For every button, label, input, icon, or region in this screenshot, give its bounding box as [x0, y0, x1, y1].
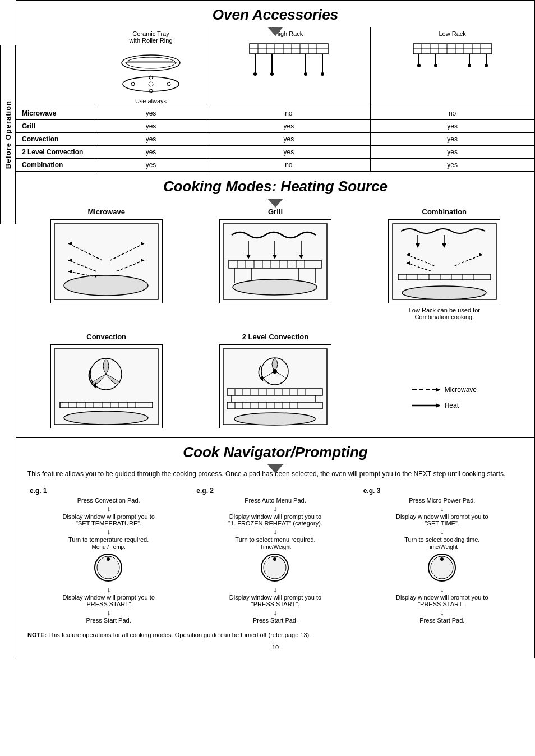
mode-microwave-illus — [50, 219, 163, 303]
eg1-arrow2: ↓ — [30, 528, 187, 536]
svg-point-154 — [440, 557, 444, 561]
svg-point-7 — [167, 82, 170, 86]
eg2-dial — [196, 552, 354, 583]
svg-point-79 — [233, 279, 317, 295]
mode-item-combination: Combination — [360, 204, 529, 324]
eg1-dial — [30, 552, 187, 583]
mode-item-convection: Convection — [22, 329, 191, 432]
eg2-arrow1: ↓ — [196, 505, 354, 513]
mode-2level-illus — [219, 344, 331, 428]
legend-microwave: Microwave — [412, 386, 477, 394]
accessories-row-grill: Grill yes yes yes — [16, 120, 534, 133]
accessories-row-grill-val3: yes — [371, 120, 534, 133]
accessories-row-convection-label: Convection — [16, 133, 95, 146]
mode-microwave-label: Microwave — [87, 208, 124, 216]
svg-point-26 — [304, 72, 307, 76]
eg1-dial-label: Menu / Temp. — [30, 544, 187, 550]
eg1-arrow1: ↓ — [30, 505, 187, 513]
eg2-arrow2: ↓ — [196, 528, 354, 536]
svg-point-148 — [107, 557, 110, 561]
mode-convection-illus — [50, 344, 163, 428]
oven-accessories-title: Oven Accessories — [16, 1, 534, 27]
eg3-step5: Press Start Pad. — [363, 617, 521, 624]
eg2-arrow4: ↓ — [196, 609, 354, 616]
mode-grill-label: Grill — [268, 208, 283, 216]
accessories-row-microwave-label: Microwave — [16, 107, 95, 120]
ceramic-tray-illus — [100, 46, 202, 96]
note-text: This feature operations for all cooking … — [48, 631, 311, 638]
svg-point-44 — [468, 64, 471, 67]
accessories-row-combination-val3: yes — [371, 159, 534, 172]
accessories-row-convection-val2: yes — [207, 133, 371, 146]
mode-combination-label: Combination — [422, 208, 467, 216]
svg-point-25 — [270, 72, 274, 76]
ceramic-tray-svg — [117, 46, 185, 96]
side-label: Before Operation — [0, 45, 16, 224]
mode-2level-label: 2 Level Convection — [242, 333, 308, 341]
eg2-step3: Turn to select menu required. — [196, 536, 354, 543]
accessories-row-2level: 2 Level Convection yes yes yes — [16, 146, 534, 159]
eg1-arrow4: ↓ — [30, 609, 187, 616]
examples-grid: e.g. 1 Press Convection Pad. ↓ Display w… — [16, 483, 534, 628]
combination-svg — [390, 221, 499, 302]
svg-point-5 — [131, 82, 135, 86]
accessories-row-microwave-val3: no — [371, 107, 534, 120]
accessories-table: Ceramic Traywith Roller Ring — [16, 27, 534, 172]
side-label-text: Before Operation — [4, 100, 12, 169]
svg-point-27 — [321, 72, 324, 76]
eg3-step2: Display window will prompt you to"SET TI… — [363, 513, 521, 527]
ceramic-label: Ceramic Traywith Roller Ring — [100, 30, 202, 44]
eg2-dial-label: Time/Weight — [196, 544, 354, 550]
accessories-row-convection-val3: yes — [371, 133, 534, 146]
svg-point-8 — [149, 76, 153, 79]
eg1-step5: Press Start Pad. — [30, 617, 187, 624]
svg-point-45 — [485, 64, 488, 67]
eg2-dial-svg — [260, 552, 290, 583]
eg2-step5: Press Start Pad. — [196, 617, 354, 624]
microwave-legend-label: Microwave — [445, 386, 477, 394]
note-section: NOTE: This feature operations for all co… — [16, 628, 534, 642]
eg3-dial — [363, 552, 521, 583]
accessories-row-2level-val1: yes — [95, 146, 207, 159]
legend-container: Microwave Heat — [412, 386, 477, 409]
eg3-step4: Display window will prompt you to"PRESS … — [363, 594, 521, 607]
legend-heat: Heat — [412, 402, 477, 409]
oven-accessories-section: Oven Accessories Ceramic Traywith Roller… — [16, 0, 534, 172]
heat-legend-label: Heat — [445, 402, 459, 409]
note-label: NOTE: — [27, 631, 47, 638]
example-1: e.g. 1 Press Convection Pad. ↓ Display w… — [25, 487, 192, 625]
navigator-desc-text: This feature allows you to be guided thr… — [27, 470, 505, 478]
cook-navigator-title: Cook Navigator/Prompting — [16, 438, 534, 464]
eg3-arrow1: ↓ — [363, 505, 521, 513]
page-number: -10- — [16, 642, 534, 653]
accessories-header-low-rack: Low Rack — [371, 27, 534, 107]
low-rack-label: Low Rack — [375, 30, 529, 37]
mode-convection-label: Convection — [86, 333, 126, 341]
example-2-label: e.g. 2 — [196, 487, 354, 495]
main-content: Oven Accessories Ceramic Traywith Roller… — [16, 0, 535, 658]
low-rack-svg — [408, 39, 497, 70]
accessories-row-combination-val2: no — [207, 159, 371, 172]
microwave-legend-icon — [412, 386, 440, 393]
accessories-row-grill-label: Grill — [16, 120, 95, 133]
svg-point-6 — [149, 89, 153, 93]
high-rack-label: High Rack — [212, 30, 366, 37]
accessories-header-empty — [16, 27, 95, 107]
accessories-row-combination: Combination yes no yes — [16, 159, 534, 172]
cooking-modes-section: Cooking Modes: Heating Source Microwave — [16, 172, 534, 438]
svg-point-116 — [273, 369, 277, 374]
svg-point-151 — [273, 557, 276, 561]
2level-svg — [220, 346, 330, 427]
accessories-row-grill-val2: yes — [207, 120, 371, 133]
accessories-row-convection-val1: yes — [95, 133, 207, 146]
eg1-dial-svg — [93, 552, 124, 583]
accessories-row-convection: Convection yes yes yes — [16, 133, 534, 146]
cook-navigator-section: Cook Navigator/Prompting This feature al… — [16, 438, 534, 658]
use-always-label: Use always — [100, 98, 202, 104]
accessories-row-microwave: Microwave yes no no — [16, 107, 534, 120]
cooking-modes-bottom-row: Convection — [16, 324, 534, 437]
svg-point-113 — [64, 411, 148, 425]
eg1-step2: Display window will prompt you to"SET TE… — [30, 513, 187, 527]
mode-grill-illus — [219, 219, 331, 303]
svg-point-24 — [253, 72, 257, 76]
